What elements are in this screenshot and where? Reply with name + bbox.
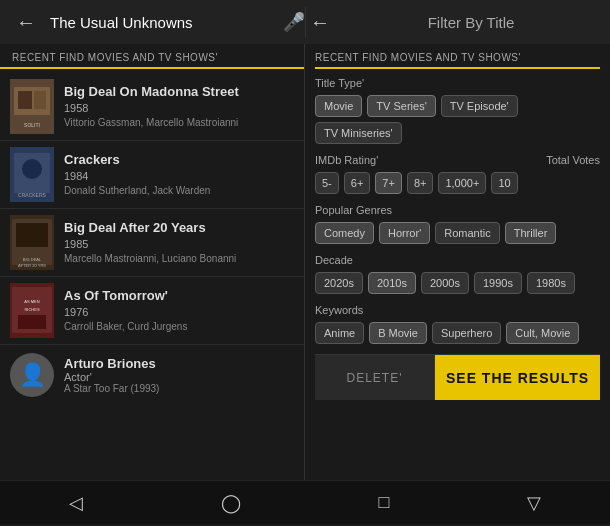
nav-back-icon[interactable]: ◁ <box>61 484 91 522</box>
delete-button[interactable]: DELETE' <box>315 355 435 400</box>
movie-cast: Carroll Baker, Curd Jurgens <box>64 320 294 333</box>
genres-label: Popular Genres <box>315 204 600 216</box>
keywords-label: Keywords <box>315 304 600 316</box>
chip-b-movie[interactable]: B Movie <box>369 322 427 344</box>
svg-text:AFTER 20 YRS: AFTER 20 YRS <box>18 263 46 268</box>
chip-rating-5minus[interactable]: 5- <box>315 172 339 194</box>
keywords-filter: Keywords Anime B Movie Superhero Cult, M… <box>315 304 600 344</box>
movie-info: As Of Tomorrow' 1976 Carroll Baker, Curd… <box>64 288 294 334</box>
chip-tv-miniseries[interactable]: TV Miniseries' <box>315 122 402 144</box>
movie-info: Crackers 1984 Donald Sutherland, Jack Wa… <box>64 152 294 198</box>
see-results-button[interactable]: SEE THE RESULTS <box>435 355 600 400</box>
back-button-left[interactable]: ← <box>12 7 40 38</box>
movie-title: Big Deal On Madonna Street <box>64 84 294 101</box>
right-panel: RECENT FIND MOVIES AND TV SHOWS' Title T… <box>305 44 610 480</box>
title-type-filter: Title Type' Movie TV Series' TV Episode'… <box>315 77 600 144</box>
person-credits: A Star Too Far (1993) <box>64 383 159 394</box>
chip-comedy[interactable]: Comedy <box>315 222 374 244</box>
movie-year: 1976 <box>64 306 294 318</box>
movie-info: Big Deal After 20 Years 1985 Marcello Ma… <box>64 220 294 266</box>
nav-recents-icon[interactable]: □ <box>370 484 397 521</box>
decade-filter: Decade 2020s 2010s 2000s 1990s 1980s <box>315 254 600 294</box>
title-type-chips: Movie TV Series' TV Episode' TV Miniseri… <box>315 95 600 144</box>
movie-year: 1984 <box>64 170 294 182</box>
imdb-rating-filter: IMDb Rating' Total Votes 5- 6+ 7+ 8+ 1,0… <box>315 154 600 194</box>
action-bar: DELETE' SEE THE RESULTS <box>315 354 600 400</box>
movie-title: As Of Tomorrow' <box>64 288 294 305</box>
list-item[interactable]: SOLITI Big Deal On Madonna Street 1958 V… <box>0 73 304 141</box>
svg-text:AS MEN: AS MEN <box>24 299 39 304</box>
back-button-right[interactable]: ← <box>306 7 334 38</box>
chip-movie[interactable]: Movie <box>315 95 362 117</box>
movie-year: 1985 <box>64 238 294 250</box>
chip-cult-movie[interactable]: Cult, Movie <box>506 322 579 344</box>
movie-title: Crackers <box>64 152 294 169</box>
chip-romantic[interactable]: Romantic <box>435 222 499 244</box>
chip-rating-10[interactable]: 10 <box>491 172 517 194</box>
movie-info: Big Deal On Madonna Street 1958 Vittorio… <box>64 84 294 130</box>
imdb-rating-label: IMDb Rating' <box>315 154 378 166</box>
chip-rating-7plus[interactable]: 7+ <box>375 172 402 194</box>
svg-rect-3 <box>34 91 46 109</box>
movie-cast: Donald Sutherland, Jack Warden <box>64 184 294 197</box>
list-item[interactable]: BIG DEAL AFTER 20 YRS Big Deal After 20 … <box>0 209 304 277</box>
android-nav-bar: ◁ ◯ □ ▽ <box>0 480 610 524</box>
left-panel-header: RECENT FIND MOVIES AND TV SHOWS' <box>0 44 304 69</box>
chip-rating-6plus[interactable]: 6+ <box>344 172 371 194</box>
movie-thumbnail: CRACKERS <box>10 147 54 202</box>
chip-anime[interactable]: Anime <box>315 322 364 344</box>
list-item[interactable]: CRACKERS Crackers 1984 Donald Sutherland… <box>0 141 304 209</box>
left-panel: RECENT FIND MOVIES AND TV SHOWS' SOLITI … <box>0 44 305 480</box>
total-votes-label: Total Votes <box>546 154 600 166</box>
chip-horror[interactable]: Horror' <box>379 222 430 244</box>
decade-chips: 2020s 2010s 2000s 1990s 1980s <box>315 272 600 294</box>
avatar: 👤 <box>10 353 54 397</box>
movie-thumbnail: SOLITI <box>10 79 54 134</box>
svg-rect-18 <box>18 315 46 329</box>
list-item[interactable]: AS MEN RICHES As Of Tomorrow' 1976 Carro… <box>0 277 304 345</box>
chip-2000s[interactable]: 2000s <box>421 272 469 294</box>
chip-tv-episode[interactable]: TV Episode' <box>441 95 518 117</box>
chip-1990s[interactable]: 1990s <box>474 272 522 294</box>
chip-votes-1000[interactable]: 1,000+ <box>438 172 486 194</box>
svg-text:BIG DEAL: BIG DEAL <box>23 257 42 262</box>
genres-filter: Popular Genres Comedy Horror' Romantic T… <box>315 204 600 244</box>
person-name: Arturo Briones <box>64 356 159 371</box>
decade-label: Decade <box>315 254 600 266</box>
movie-cast: Vittorio Gassman, Marcello Mastroianni <box>64 116 294 129</box>
list-item[interactable]: 👤 Arturo Briones Actor' A Star Too Far (… <box>0 345 304 405</box>
app-title: The Usual Unknowns <box>50 14 273 31</box>
genre-chips: Comedy Horror' Romantic Thriller <box>315 222 600 244</box>
chip-thriller[interactable]: Thriller <box>505 222 557 244</box>
nav-home-icon[interactable]: ◯ <box>213 484 249 522</box>
svg-rect-11 <box>16 223 48 247</box>
movie-year: 1958 <box>64 102 294 114</box>
title-type-label: Title Type' <box>315 77 600 89</box>
nav-menu-icon[interactable]: ▽ <box>519 484 549 522</box>
svg-rect-2 <box>18 91 32 109</box>
person-role: Actor' <box>64 371 159 383</box>
movie-thumbnail: AS MEN RICHES <box>10 283 54 338</box>
person-info: Arturo Briones Actor' A Star Too Far (19… <box>64 356 159 394</box>
chip-1980s[interactable]: 1980s <box>527 272 575 294</box>
svg-text:RICHES: RICHES <box>24 307 39 312</box>
movie-cast: Marcello Mastroianni, Luciano Bonanni <box>64 252 294 265</box>
svg-text:SOLITI: SOLITI <box>24 122 40 128</box>
person-icon: 👤 <box>19 362 46 388</box>
chip-2020s[interactable]: 2020s <box>315 272 363 294</box>
svg-text:CRACKERS: CRACKERS <box>18 192 46 198</box>
chip-superhero[interactable]: Superhero <box>432 322 501 344</box>
chip-tv-series[interactable]: TV Series' <box>367 95 435 117</box>
right-panel-header: RECENT FIND MOVIES AND TV SHOWS' <box>315 52 600 69</box>
movie-thumbnail: BIG DEAL AFTER 20 YRS <box>10 215 54 270</box>
chip-2010s[interactable]: 2010s <box>368 272 416 294</box>
mic-icon[interactable]: 🎤 <box>283 11 305 33</box>
chip-rating-8plus[interactable]: 8+ <box>407 172 434 194</box>
filter-title: Filter By Title <box>344 14 598 31</box>
svg-point-7 <box>22 159 42 179</box>
rating-chips: 5- 6+ 7+ 8+ 1,000+ 10 <box>315 172 600 194</box>
movie-title: Big Deal After 20 Years <box>64 220 294 237</box>
keyword-chips: Anime B Movie Superhero Cult, Movie <box>315 322 600 344</box>
